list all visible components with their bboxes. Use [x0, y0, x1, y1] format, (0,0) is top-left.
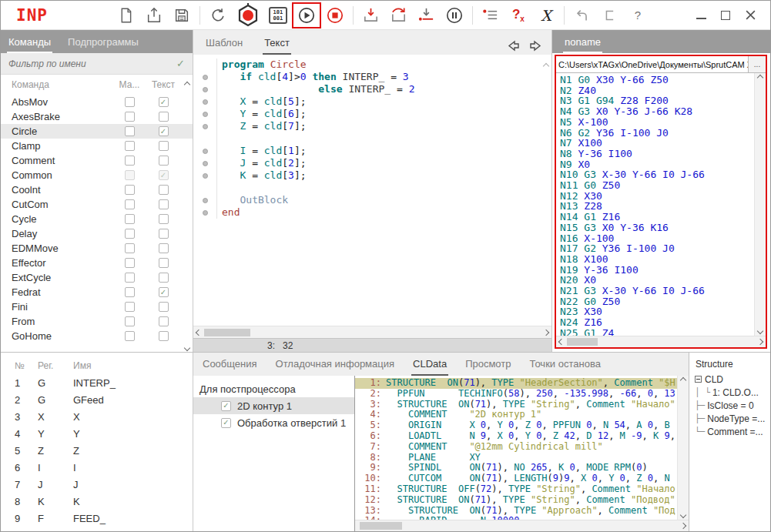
- gutter-cell[interactable]: [193, 194, 217, 206]
- help-button[interactable]: ?: [624, 3, 652, 28]
- pause-button[interactable]: [441, 3, 468, 28]
- register-row[interactable]: 4YY: [1, 425, 193, 442]
- structure-tree-item[interactable]: ├─NodeType =...: [689, 412, 770, 425]
- command-row[interactable]: Fedrat✓: [1, 285, 193, 299]
- close-button[interactable]: [738, 3, 763, 28]
- gutter-cell[interactable]: [193, 169, 217, 182]
- command-row[interactable]: CutCom: [1, 197, 193, 212]
- run-to-cursor-button[interactable]: [413, 3, 441, 28]
- cldata-hscrollbar[interactable]: [355, 520, 689, 531]
- gcode-vscrollbar[interactable]: [754, 73, 766, 336]
- gutter-cell[interactable]: [193, 59, 217, 71]
- cldata-line[interactable]: 3: STRUCTURE ON(71), TYPE "String", Comm…: [355, 400, 677, 410]
- checkbox[interactable]: ✓: [159, 126, 169, 136]
- gutter-cell[interactable]: [193, 132, 217, 145]
- checkbox[interactable]: [159, 141, 169, 151]
- checkbox[interactable]: [125, 273, 135, 283]
- checkbox[interactable]: ✓: [159, 287, 169, 297]
- checkbox[interactable]: [125, 185, 135, 195]
- nav-back-icon[interactable]: [507, 40, 520, 52]
- scroll-thumb[interactable]: [204, 329, 250, 336]
- structure-tree-item[interactable]: └─Comment =...: [689, 425, 770, 438]
- structure-tree-item[interactable]: CLD: [689, 373, 770, 386]
- gutter-cell[interactable]: [193, 108, 217, 120]
- tab-Команды[interactable]: Команды: [7, 32, 52, 53]
- cldata-listing[interactable]: 1:STRUCTURE ON(71), TYPE "HeaderSection"…: [355, 376, 677, 520]
- collapse-box-icon[interactable]: [695, 376, 702, 383]
- run-button[interactable]: [295, 3, 318, 28]
- checkbox[interactable]: [159, 316, 169, 326]
- command-row[interactable]: Fini: [1, 299, 193, 314]
- scroll-up-button[interactable]: [181, 82, 193, 87]
- pp-tree-item[interactable]: ✓Обработка отверстий 1: [193, 414, 354, 431]
- command-row[interactable]: Comment: [1, 153, 193, 168]
- gcode-hscrollbar[interactable]: [556, 336, 766, 347]
- scroll-thumb[interactable]: [360, 522, 402, 530]
- cldata-line[interactable]: 10: CUTCOM ON(71), LENGTH(9)9, X 0, Y 0,…: [355, 473, 677, 484]
- editor-scroll-up[interactable]: [544, 59, 548, 72]
- gutter-cell[interactable]: [193, 157, 217, 169]
- register-row[interactable]: 8KK: [1, 493, 193, 510]
- checkbox[interactable]: [159, 273, 169, 283]
- checkbox[interactable]: [159, 258, 169, 268]
- clear-breakpoints-button[interactable]: ?x: [505, 3, 532, 28]
- command-row[interactable]: GoHome: [1, 329, 193, 343]
- checkbox[interactable]: [125, 97, 135, 107]
- tab-Текст[interactable]: Текст: [263, 32, 291, 55]
- command-row[interactable]: Clamp: [1, 139, 193, 153]
- new-file-button[interactable]: [112, 3, 140, 28]
- nav-forward-icon[interactable]: [529, 40, 542, 52]
- open-file-button[interactable]: [140, 3, 168, 28]
- tab-Отладочная информация[interactable]: Отладочная информация: [274, 353, 396, 376]
- checkbox[interactable]: [125, 214, 135, 224]
- register-row[interactable]: 5ZZ: [1, 442, 193, 459]
- checkbox[interactable]: ✓: [159, 97, 169, 107]
- tab-Подпрограммы[interactable]: Подпрограммы: [66, 32, 140, 53]
- tab-noname[interactable]: noname: [563, 32, 602, 53]
- maximize-button[interactable]: [713, 3, 738, 28]
- checkbox[interactable]: [125, 170, 135, 180]
- filter-row[interactable]: Фильтр по имени ✓: [1, 53, 193, 75]
- structure-tree-item[interactable]: │ └1: CLD.O...: [689, 386, 770, 399]
- save-button[interactable]: [168, 3, 196, 28]
- undo-button[interactable]: [568, 3, 596, 28]
- command-row[interactable]: AbsMov✓: [1, 95, 193, 109]
- checkbox[interactable]: ✓: [159, 170, 169, 180]
- step-into-button[interactable]: [357, 3, 385, 28]
- checkbox[interactable]: [159, 214, 169, 224]
- command-row[interactable]: Coolnt: [1, 182, 193, 197]
- column-header-text[interactable]: Текст: [146, 79, 181, 90]
- tab-Просмотр[interactable]: Просмотр: [464, 353, 512, 376]
- cldata-line[interactable]: 13: STRUCTURE ON(71), TYPE "Approach", C…: [355, 506, 677, 517]
- structure-tree-item[interactable]: ├─IsClose = 0: [689, 399, 770, 412]
- cldata-line[interactable]: 12: STRUCTURE ON(71), TYPE "String", Com…: [355, 495, 677, 506]
- code-editor[interactable]: program Circle if cld[4]>0 then INTERP_ …: [193, 55, 551, 326]
- checkbox[interactable]: [125, 258, 135, 268]
- gutter-cell[interactable]: [193, 182, 217, 194]
- gutter-cell[interactable]: [193, 83, 217, 95]
- column-header-macro[interactable]: Ма...: [113, 79, 146, 90]
- checkbox[interactable]: [125, 287, 135, 297]
- cldata-line[interactable]: 2: PPFUN TECHINFO(58), 250, -135.998, -6…: [355, 389, 677, 400]
- minimize-button[interactable]: [689, 3, 713, 28]
- checkbox[interactable]: [159, 302, 169, 312]
- checkbox[interactable]: [125, 316, 135, 326]
- checkbox[interactable]: [125, 331, 135, 341]
- command-row[interactable]: Cycle: [1, 212, 193, 226]
- scroll-thumb[interactable]: [567, 338, 598, 346]
- dock-layout-button[interactable]: [596, 3, 624, 28]
- step-over-button[interactable]: [385, 3, 413, 28]
- editor-hscrollbar[interactable]: [193, 326, 551, 338]
- register-row[interactable]: 9FFEED_: [1, 510, 193, 527]
- gutter-cell[interactable]: [193, 71, 217, 83]
- checkbox[interactable]: [125, 156, 135, 166]
- command-row[interactable]: Delay: [1, 226, 193, 241]
- command-row[interactable]: Circle✓: [1, 124, 193, 139]
- filter-input[interactable]: Фильтр по имени: [8, 59, 176, 69]
- command-row[interactable]: Effector: [1, 256, 193, 270]
- command-row[interactable]: From: [1, 314, 193, 329]
- gutter-cell[interactable]: [193, 95, 217, 108]
- stop-button[interactable]: [321, 3, 349, 28]
- filter-apply-icon[interactable]: ✓: [176, 58, 185, 69]
- reset-button[interactable]: [204, 3, 232, 28]
